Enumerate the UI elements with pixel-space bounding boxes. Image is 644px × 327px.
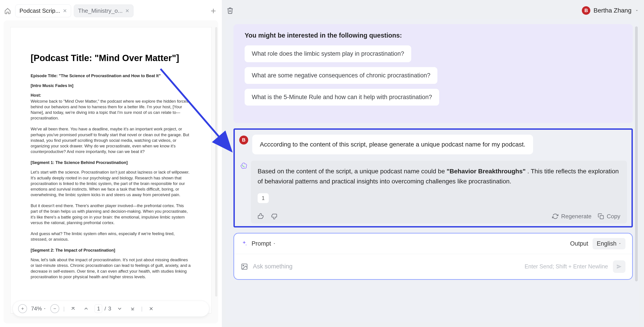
copy-label: Copy bbox=[607, 213, 620, 220]
tab-bar: Podcast Scrip... ✕ The_Ministry_o... ✕ bbox=[4, 4, 218, 17]
zoom-out-button[interactable] bbox=[50, 304, 59, 313]
chevron-down-icon bbox=[43, 307, 46, 310]
prompt-input[interactable]: Ask something bbox=[253, 263, 520, 270]
ai-text-pre: Based on the content of the script, a un… bbox=[258, 168, 446, 175]
chevron-down-icon bbox=[634, 8, 639, 13]
tab-ministry[interactable]: The_Ministry_o... ✕ bbox=[74, 4, 134, 17]
input-hint: Enter Send; Shift + Enter Newline bbox=[524, 263, 608, 270]
thumbs-up-button[interactable] bbox=[258, 213, 264, 220]
tab-podcast-script[interactable]: Podcast Scrip... ✕ bbox=[15, 4, 71, 17]
document-toolbar: 74% | 1 / 3 bbox=[12, 300, 209, 317]
prompt-bar: Prompt Output English Ask something Ente… bbox=[234, 233, 633, 280]
next-page-button[interactable] bbox=[115, 304, 124, 313]
suggestions-card: You might be interested in the following… bbox=[234, 24, 633, 123]
close-icon[interactable]: ✕ bbox=[125, 8, 129, 14]
svg-rect-9 bbox=[600, 216, 604, 219]
scrollbar[interactable] bbox=[215, 27, 217, 296]
doc-title: [Podcast Title: "Mind Over Matter"] bbox=[31, 52, 191, 64]
chevron-down-icon bbox=[273, 242, 276, 245]
prompt-dropdown[interactable]: Prompt bbox=[252, 240, 276, 247]
close-toolbar-button[interactable] bbox=[147, 304, 156, 313]
output-label: Output bbox=[570, 240, 588, 247]
svg-point-11 bbox=[243, 265, 244, 266]
regenerate-button[interactable]: Regenerate bbox=[552, 213, 592, 220]
scrollbar[interactable] bbox=[635, 26, 638, 281]
avatar: B bbox=[239, 136, 248, 144]
paragraph: We've all been there. You have a deadlin… bbox=[31, 126, 191, 154]
separator: | bbox=[141, 306, 142, 312]
tab-label: Podcast Scrip... bbox=[20, 8, 60, 14]
document-page: [Podcast Title: "Mind Over Matter"] Epis… bbox=[10, 27, 212, 313]
prompt-label-text: Prompt bbox=[252, 240, 271, 247]
send-button[interactable] bbox=[613, 260, 626, 273]
page-current-input[interactable]: 1 bbox=[94, 304, 102, 313]
segment-2-label: [Segment 2: The Impact of Procrastinatio… bbox=[31, 247, 191, 253]
copy-button[interactable]: Copy bbox=[598, 213, 620, 220]
suggestions-title: You might be interested in the following… bbox=[245, 32, 626, 39]
regenerate-label: Regenerate bbox=[561, 213, 592, 220]
zoom-in-button[interactable] bbox=[18, 304, 27, 313]
trash-icon[interactable] bbox=[226, 6, 235, 15]
zoom-value: 74% bbox=[31, 306, 42, 312]
paragraph: Welcome back to "Mind Over Matter," the … bbox=[31, 98, 191, 121]
language-dropdown[interactable]: English bbox=[592, 238, 626, 250]
chat-area: You might be interested in the following… bbox=[226, 19, 639, 322]
page-indicator: 1 / 3 bbox=[94, 304, 111, 313]
ai-message-row: Based on the content of the script, a un… bbox=[239, 160, 627, 224]
document-viewport: [Podcast Title: "Mind Over Matter"] Epis… bbox=[4, 20, 218, 324]
user-message: Acccording to the content of this script… bbox=[252, 135, 533, 154]
thumbs-down-button[interactable] bbox=[270, 213, 277, 220]
episode-title: Episode Title: "The Science of Procrasti… bbox=[31, 73, 191, 78]
prev-page-button[interactable] bbox=[82, 304, 90, 313]
chat-header: B Bertha Zhang bbox=[226, 4, 639, 16]
suggestion-chip[interactable]: What is the 5-Minute Rule and how can it… bbox=[245, 89, 439, 106]
paragraph: But it doesn't end there. There's anothe… bbox=[31, 203, 191, 226]
paragraph: Now, let's talk about the impact of proc… bbox=[31, 257, 191, 280]
last-page-button[interactable] bbox=[128, 304, 137, 313]
user-menu[interactable]: B Bertha Zhang bbox=[582, 6, 639, 15]
chevron-down-icon bbox=[618, 242, 622, 245]
suggestion-chip[interactable]: What are some negative consequences of c… bbox=[245, 67, 438, 84]
user-name: Bertha Zhang bbox=[594, 7, 632, 14]
prompt-input-row: Ask something Enter Send; Shift + Enter … bbox=[234, 254, 632, 279]
close-icon[interactable]: ✕ bbox=[63, 8, 67, 14]
intro-label: [Intro Music Fades In] bbox=[31, 83, 191, 88]
first-page-button[interactable] bbox=[69, 304, 78, 313]
user-message-row: B Acccording to the content of this scri… bbox=[239, 135, 627, 154]
suggestion-chip[interactable]: What role does the limbic system play in… bbox=[245, 46, 411, 62]
add-tab-button[interactable] bbox=[208, 6, 218, 16]
home-icon[interactable] bbox=[4, 7, 12, 15]
separator: | bbox=[63, 306, 64, 312]
paragraph: And guess what? The limbic system often … bbox=[31, 231, 191, 242]
variant-chip[interactable]: 1 bbox=[258, 193, 269, 203]
ai-text-bold: "Behavior Breakthroughs" bbox=[446, 168, 526, 175]
zoom-level[interactable]: 74% bbox=[31, 306, 46, 312]
segment-1-label: [Segment 1: The Science Behind Procrasti… bbox=[31, 160, 191, 165]
host-label: Host: bbox=[31, 92, 191, 98]
image-icon[interactable] bbox=[241, 263, 248, 270]
prompt-top: Prompt Output English bbox=[234, 234, 632, 254]
sparkle-icon bbox=[241, 240, 248, 247]
paragraph: Let's start with the science. Procrastin… bbox=[31, 169, 191, 198]
ai-logo-icon bbox=[240, 162, 248, 170]
language-value: English bbox=[596, 240, 616, 247]
highlighted-exchange: B Acccording to the content of this scri… bbox=[234, 128, 633, 228]
page-total: 3 bbox=[108, 306, 111, 312]
ai-message: Based on the content of the script, a un… bbox=[251, 160, 627, 224]
ai-text: Based on the content of the script, a un… bbox=[258, 166, 620, 186]
ai-avatar bbox=[239, 162, 248, 170]
page-sep: / bbox=[104, 306, 106, 312]
avatar: B bbox=[582, 6, 590, 15]
ai-actions: Regenerate Copy bbox=[258, 213, 620, 220]
tab-label: The_Ministry_o... bbox=[78, 8, 122, 14]
placeholder-text: Ask something bbox=[253, 263, 292, 270]
